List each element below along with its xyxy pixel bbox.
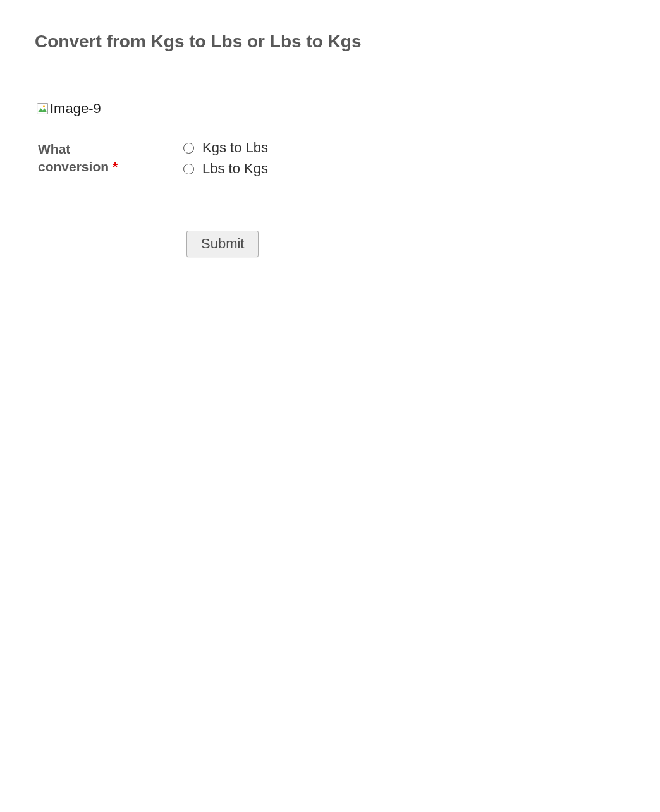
radio-label-lbs-to-kgs[interactable]: Lbs to Kgs — [202, 161, 268, 177]
question-label-line-2: conversion — [38, 159, 109, 174]
svg-marker-1 — [38, 108, 46, 112]
submit-button[interactable]: Submit — [186, 231, 259, 257]
question-label-line-1: What — [38, 142, 70, 156]
svg-line-3 — [37, 104, 42, 108]
conversion-question-row: What conversion * Kgs to Lbs Lbs to Kgs — [35, 140, 625, 177]
conversion-radio-group: Kgs to Lbs Lbs to Kgs — [183, 140, 268, 177]
radio-item-kgs-to-lbs[interactable]: Kgs to Lbs — [183, 140, 268, 156]
radio-button-kgs-to-lbs[interactable] — [183, 143, 194, 154]
broken-image-alt-text: Image-9 — [50, 100, 101, 117]
conversion-question-label: What conversion * — [38, 140, 183, 176]
page-title: Convert from Kgs to Lbs or Lbs to Kgs — [35, 32, 625, 52]
radio-label-kgs-to-lbs[interactable]: Kgs to Lbs — [202, 140, 268, 156]
submit-row: Submit — [38, 231, 625, 257]
broken-image-icon — [35, 102, 49, 116]
required-indicator: * — [113, 159, 118, 174]
broken-image-placeholder: Image-9 — [35, 100, 102, 118]
title-divider — [35, 71, 625, 71]
svg-point-2 — [43, 105, 45, 107]
radio-button-lbs-to-kgs[interactable] — [183, 164, 194, 174]
radio-item-lbs-to-kgs[interactable]: Lbs to Kgs — [183, 161, 268, 177]
